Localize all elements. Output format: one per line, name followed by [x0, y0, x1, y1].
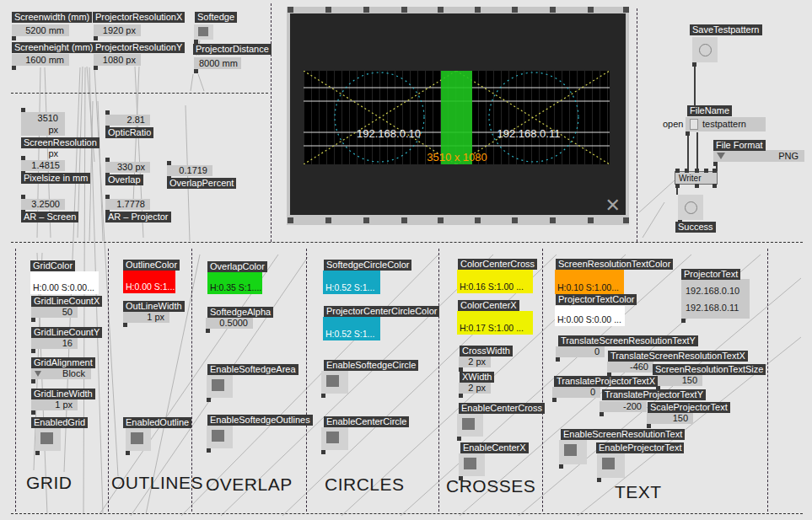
screen-resolution-value[interactable]: 3510 px1080 px: [21, 112, 65, 136]
grid-alignment-dropdown[interactable]: Block: [31, 368, 91, 379]
screen-resolution-text-size-value[interactable]: 150: [656, 375, 702, 386]
selection-handle[interactable]: [588, 217, 594, 223]
dashed-separator: [108, 249, 109, 512]
success-indicator[interactable]: [678, 195, 703, 220]
ar-projector-label: AR – Projector: [105, 212, 171, 222]
save-testpattern-bang-button[interactable]: [692, 37, 718, 62]
softedge-alpha-value[interactable]: 0.5000: [206, 318, 253, 329]
toggle-state: [198, 27, 208, 36]
translate-res-text-y-value[interactable]: 0: [556, 346, 605, 357]
projector-text-color-swatch[interactable]: H:0.00 S:0.00 ...: [555, 306, 625, 326]
color-hs-value: H:0.00 S:0.00 ...: [557, 314, 621, 324]
selection-handle[interactable]: [623, 217, 629, 223]
selection-handle[interactable]: [475, 7, 481, 13]
section-title-crosses: CROSSES: [446, 476, 535, 496]
translate-projector-text-y-value[interactable]: -200: [600, 401, 647, 412]
grid-line-width-label: GridLineWidth: [31, 389, 95, 399]
enable-softedge-circle-toggle[interactable]: [321, 371, 348, 394]
outline-color-swatch[interactable]: H:0.00 S:1...: [123, 271, 175, 293]
selection-handle[interactable]: [512, 217, 518, 223]
preview-window[interactable]: 192.168.0.10 192.168.0.11 3510 x 1080 ✕: [287, 7, 629, 225]
enable-softedge-outlines-toggle[interactable]: [207, 426, 233, 448]
softedge-circle-color-label: SoftedgeCircleColor: [324, 260, 411, 271]
enable-center-x-toggle[interactable]: [459, 453, 485, 476]
pixel-size-value[interactable]: 1.4815: [21, 160, 65, 171]
writer-output-pin[interactable]: [713, 184, 717, 188]
overlap-value[interactable]: 330 px: [105, 162, 150, 173]
color-center-cross-swatch[interactable]: H:0.16 S:1.00 ...: [457, 270, 533, 293]
screenheight-value[interactable]: 1600 mm: [12, 54, 69, 66]
translate-projector-text-x-value[interactable]: 0: [552, 387, 600, 398]
translate-res-text-x-value[interactable]: -460: [607, 362, 653, 373]
enable-screen-resolution-text-toggle[interactable]: [559, 440, 587, 464]
screen-resolution-x: 3510 px: [38, 113, 58, 135]
ar-projector-value[interactable]: 1.7778: [105, 199, 150, 210]
enable-center-circle-toggle[interactable]: [321, 427, 348, 450]
filename-input[interactable]: testpattern: [686, 117, 766, 131]
selection-handle[interactable]: [401, 217, 407, 223]
grid-line-count-y-value[interactable]: 16: [31, 338, 78, 349]
softedge-circle-color-swatch[interactable]: H:0.52 S:1...: [323, 271, 380, 294]
selection-handle[interactable]: [512, 7, 518, 13]
grid-alignment-value: Block: [62, 368, 85, 378]
overlap-color-swatch[interactable]: H:0.35 S:1....: [207, 271, 262, 294]
x-width-value[interactable]: 2 px: [459, 383, 491, 394]
cross-width-label: CrossWidth: [460, 346, 513, 356]
screen-resolution-text-color-swatch[interactable]: H:0.10 S:1.00...: [555, 270, 624, 294]
ar-screen-value[interactable]: 3.2500: [21, 199, 65, 210]
selection-handle[interactable]: [288, 217, 293, 223]
selection-handle[interactable]: [475, 217, 481, 223]
selection-handle[interactable]: [401, 7, 407, 13]
outline-width-label: OutLineWidth: [123, 301, 185, 312]
writer-input-pin[interactable]: [713, 169, 717, 173]
overlap-color-label: OverlapColor: [207, 261, 267, 272]
selection-handle[interactable]: [438, 217, 444, 223]
enable-softedge-area-toggle[interactable]: [207, 375, 233, 398]
close-icon[interactable]: ✕: [605, 196, 621, 215]
projector-text-input[interactable]: 192.168.0.10192.168.0.11: [681, 279, 750, 319]
projector-center-circle-color-swatch[interactable]: H:0.52 S:1...: [323, 317, 380, 340]
selection-handle[interactable]: [325, 217, 331, 223]
outline-width-value[interactable]: 1 px: [123, 312, 169, 323]
writer-node[interactable]: Writer: [675, 171, 718, 185]
writer-output-pin[interactable]: [695, 184, 699, 188]
selection-handle[interactable]: [550, 7, 556, 13]
optic-ratio-value[interactable]: 2.81: [105, 115, 150, 126]
cross-width-value[interactable]: 2 px: [459, 356, 491, 367]
selection-handle[interactable]: [438, 7, 444, 13]
overlap-percent-value[interactable]: 0.1719: [167, 165, 212, 176]
scale-projector-text-value[interactable]: 150: [647, 413, 693, 424]
projector-resolution-x-value[interactable]: 1920 px: [94, 24, 141, 36]
file-format-dropdown[interactable]: PNG: [713, 150, 804, 162]
ip-left-text: 192.168.0.10: [357, 127, 421, 140]
selection-handle[interactable]: [288, 7, 293, 13]
writer-input-pin[interactable]: [695, 169, 699, 173]
selection-handle[interactable]: [363, 217, 369, 223]
screenwidth-value[interactable]: 5200 mm: [12, 24, 69, 36]
projector-resolution-y-value[interactable]: 1080 px: [94, 54, 141, 66]
selection-handle[interactable]: [588, 7, 594, 13]
open-link[interactable]: open: [663, 119, 683, 129]
grid-line-count-x-value[interactable]: 50: [31, 307, 78, 318]
selection-handle[interactable]: [325, 7, 331, 13]
projector-center-circle-color-label: ProjectorCenterCircleColor: [324, 306, 439, 317]
grid-color-swatch[interactable]: H:0.00 S:0.00...: [30, 271, 99, 294]
enabled-outline-toggle[interactable]: [126, 428, 151, 451]
projector-distance-value[interactable]: 8000 mm: [194, 57, 241, 69]
writer-input-pin[interactable]: [675, 169, 680, 173]
writer-input-pin[interactable]: [685, 169, 689, 173]
grid-line-width-value[interactable]: 1 px: [31, 399, 78, 410]
enable-center-cross-toggle[interactable]: [457, 414, 483, 437]
color-center-x-swatch[interactable]: H:0.17 S:1.00 ...: [457, 311, 533, 335]
softedge-toggle[interactable]: [194, 24, 213, 40]
toggle-state: [564, 444, 577, 456]
enable-projector-text-toggle[interactable]: [597, 453, 625, 478]
selection-handle[interactable]: [363, 7, 369, 13]
selection-handle[interactable]: [623, 7, 629, 13]
writer-output-pin[interactable]: [675, 184, 680, 188]
overlap-percent-label: OverlapPercent: [167, 178, 236, 189]
selection-handle[interactable]: [550, 217, 556, 223]
dashed-separator: [438, 249, 439, 512]
enabled-grid-toggle[interactable]: [35, 428, 61, 451]
writer-input-pin[interactable]: [704, 169, 708, 173]
